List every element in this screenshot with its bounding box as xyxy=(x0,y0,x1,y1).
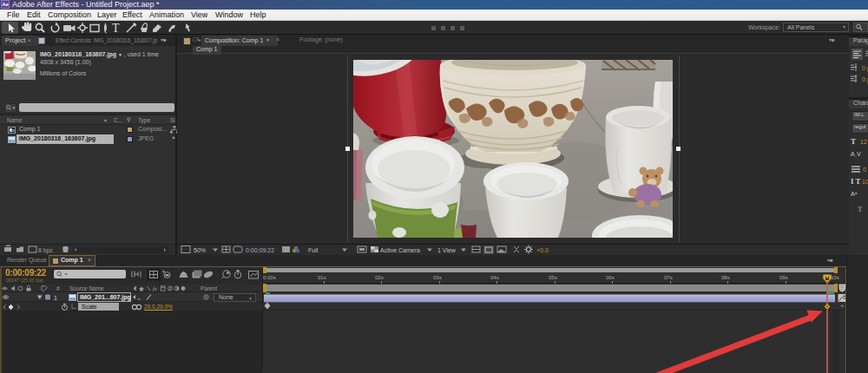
svg-text:8 bpc: 8 bpc xyxy=(38,247,54,254)
svg-text:0 p: 0 p xyxy=(862,76,868,83)
svg-text:IMG_201...607.jpg: IMG_201...607.jpg xyxy=(80,294,131,301)
svg-text:0: 0 xyxy=(863,167,866,173)
svg-text:Full: Full xyxy=(308,247,319,253)
svg-text:50%: 50% xyxy=(194,247,206,253)
svg-text:fx: fx xyxy=(153,285,157,291)
svg-text:AˌV: AˌV xyxy=(851,151,861,158)
svg-text:+0.0: +0.0 xyxy=(536,247,549,253)
svg-text:10: 10 xyxy=(862,179,868,185)
svg-text:0:00:09:22: 0:00:09:22 xyxy=(246,247,274,253)
svg-text:1: 1 xyxy=(54,295,57,301)
svg-text:1 View: 1 View xyxy=(437,247,457,253)
svg-text:#: # xyxy=(56,285,60,291)
svg-text:T: T xyxy=(851,137,856,146)
svg-text:0 p: 0 p xyxy=(862,65,868,72)
svg-text:T: T xyxy=(858,206,863,213)
svg-text:T: T xyxy=(112,22,120,35)
svg-text:Source Name: Source Name xyxy=(69,285,104,291)
svg-text:I T: I T xyxy=(851,177,861,186)
svg-text:Aᵃ: Aᵃ xyxy=(851,191,858,197)
svg-text:Active Camera: Active Camera xyxy=(380,247,420,253)
svg-text:12: 12 xyxy=(860,139,867,145)
svg-text:Parent: Parent xyxy=(201,285,217,291)
